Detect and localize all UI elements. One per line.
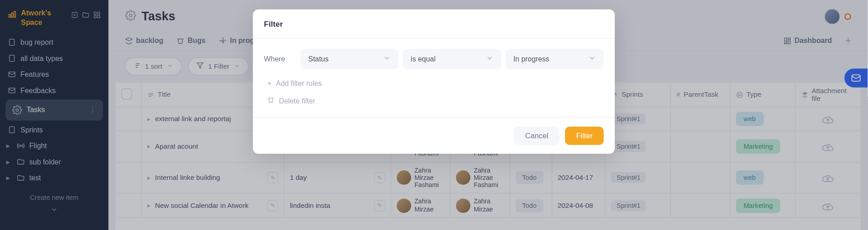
modal-title: Filter bbox=[253, 9, 614, 39]
add-filter-rules[interactable]: + Add filter rules bbox=[264, 75, 604, 92]
where-label: Where bbox=[264, 55, 296, 63]
chevron-down-icon bbox=[486, 54, 493, 64]
plus-icon: + bbox=[267, 79, 271, 87]
chevron-down-icon bbox=[588, 54, 596, 64]
delete-filter[interactable]: Delete filter bbox=[264, 92, 604, 109]
filter-operator-select[interactable]: is equal bbox=[403, 49, 501, 69]
select-value: is equal bbox=[411, 55, 436, 63]
cancel-button[interactable]: Cancel bbox=[514, 127, 559, 145]
filter-button[interactable]: Filter bbox=[565, 127, 604, 145]
action-label: Add filter rules bbox=[276, 79, 322, 87]
select-value: Status bbox=[308, 55, 329, 63]
select-value: In progress bbox=[513, 55, 549, 63]
filter-field-select[interactable]: Status bbox=[301, 49, 399, 69]
trash-icon bbox=[267, 96, 274, 105]
filter-modal: Filter Where Status is equal In progress bbox=[253, 9, 614, 154]
filter-value-select[interactable]: In progress bbox=[505, 49, 604, 69]
action-label: Delete filter bbox=[279, 97, 315, 105]
modal-overlay[interactable]: Filter Where Status is equal In progress bbox=[0, 0, 868, 230]
chevron-down-icon bbox=[383, 54, 391, 64]
